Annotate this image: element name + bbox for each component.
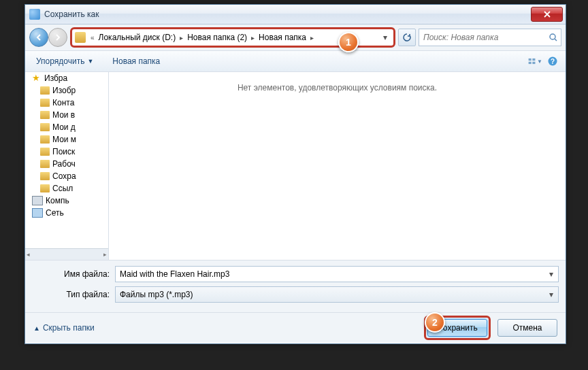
chevron-left-icon: « [91, 34, 95, 41]
folder-icon [40, 148, 50, 156]
filename-label: Имя файла: [32, 269, 115, 279]
tree-item[interactable]: Мои м [25, 133, 108, 146]
breadcrumb: « Локальный диск (D:) ▸ Новая папка (2) … [88, 31, 380, 44]
breadcrumb-item[interactable]: Новая папка (2) [185, 31, 249, 44]
footer: ▲ Скрыть папки Сохранить Отмена [25, 312, 566, 343]
view-button[interactable]: ▼ [527, 54, 542, 69]
folder-icon [40, 123, 50, 131]
nav-tree[interactable]: ★Избра Изобр Конта Мои в Мои д Мои м Пои… [25, 72, 109, 260]
chevron-right-icon: ▸ [180, 34, 183, 41]
tree-item[interactable]: Мои в [25, 109, 108, 121]
folder-icon [40, 99, 50, 107]
callout-1: 1 [338, 32, 359, 52]
chevron-down-icon: ▼ [537, 58, 542, 65]
chevron-down-icon: ▼ [87, 58, 93, 65]
organize-button[interactable]: Упорядочить ▼ [31, 54, 99, 69]
forward-button[interactable] [48, 28, 67, 47]
organize-label: Упорядочить [36, 56, 84, 66]
address-dropdown[interactable]: ▾ [380, 33, 391, 42]
chevron-down-icon[interactable]: ▾ [546, 268, 557, 280]
filename-input[interactable]: Maid with the Flaxen Hair.mp3 ▾ [115, 266, 559, 282]
tree-item[interactable]: Сохра [25, 170, 108, 182]
fields-area: Имя файла: Maid with the Flaxen Hair.mp3… [25, 260, 566, 312]
toolbar: Упорядочить ▼ Новая папка ▼ ? [25, 51, 566, 72]
chevron-up-icon: ▲ [33, 324, 40, 332]
cancel-button[interactable]: Отмена [497, 319, 557, 337]
tree-item[interactable]: Конта [25, 97, 108, 109]
view-icon [527, 56, 536, 67]
titlebar[interactable]: Сохранить как [25, 5, 566, 24]
svg-point-0 [550, 34, 555, 39]
filetype-select[interactable]: Файлы mp3 (*.mp3) ▾ [115, 286, 559, 303]
svg-text:?: ? [551, 58, 555, 65]
breadcrumb-item[interactable]: Новая папка [257, 31, 308, 44]
breadcrumb-item[interactable]: Локальный диск (D:) [97, 31, 178, 44]
back-arrow-icon [35, 33, 43, 41]
tree-favorites[interactable]: ★Избра [25, 72, 108, 84]
chevron-right-icon: ▸ [310, 34, 314, 41]
folder-icon [40, 135, 50, 144]
folder-icon [40, 184, 50, 192]
hide-folders-button[interactable]: ▲ Скрыть папки [33, 323, 95, 333]
empty-message: Нет элементов, удовлетворяющих условиям … [238, 83, 437, 260]
tree-item[interactable]: Рабоч [25, 158, 108, 170]
search-box[interactable] [419, 29, 561, 46]
callout-2: 2 [425, 312, 445, 333]
folder-icon [40, 160, 50, 168]
folder-icon [40, 111, 50, 119]
help-button[interactable]: ? [545, 54, 560, 69]
close-button[interactable] [531, 7, 563, 22]
star-icon: ★ [32, 73, 42, 83]
chevron-down-icon[interactable]: ▾ [546, 288, 557, 301]
network-icon [32, 208, 43, 218]
tree-item[interactable]: Мои д [25, 121, 108, 133]
app-icon [29, 9, 40, 20]
svg-rect-2 [532, 58, 535, 61]
file-list[interactable]: Нет элементов, удовлетворяющих условиям … [109, 72, 566, 260]
refresh-button[interactable] [398, 29, 416, 46]
tree-scrollbar[interactable]: ◂▸ [25, 248, 108, 260]
new-folder-button[interactable]: Новая папка [107, 54, 165, 69]
svg-rect-3 [529, 62, 532, 64]
chevron-right-icon: ▸ [251, 34, 255, 41]
filetype-label: Тип файла: [32, 290, 115, 299]
back-button[interactable] [29, 28, 48, 47]
close-icon [544, 11, 551, 18]
tree-computer[interactable]: Компь [25, 195, 108, 207]
svg-rect-4 [532, 62, 535, 64]
window-title: Сохранить как [44, 10, 531, 19]
folder-icon [40, 172, 50, 180]
tree-item[interactable]: Изобр [25, 84, 108, 97]
folder-icon [75, 32, 86, 43]
computer-icon [32, 196, 43, 205]
tree-item[interactable]: Ссыл [25, 182, 108, 195]
refresh-icon [402, 33, 412, 42]
tree-item[interactable]: Поиск [25, 146, 108, 158]
forward-arrow-icon [54, 33, 62, 41]
search-icon [549, 33, 558, 42]
body: ★Избра Изобр Конта Мои в Мои д Мои м Пои… [25, 72, 566, 260]
folder-icon [40, 86, 50, 95]
svg-rect-1 [529, 58, 532, 61]
tree-network[interactable]: Сеть [25, 207, 108, 219]
nav-buttons [29, 28, 67, 47]
save-as-dialog: Сохранить как « Локальный диск (D:) ▸ Но… [24, 4, 566, 344]
search-input[interactable] [422, 32, 549, 43]
nav-row: « Локальный диск (D:) ▸ Новая папка (2) … [25, 24, 566, 51]
help-icon: ? [547, 56, 558, 67]
